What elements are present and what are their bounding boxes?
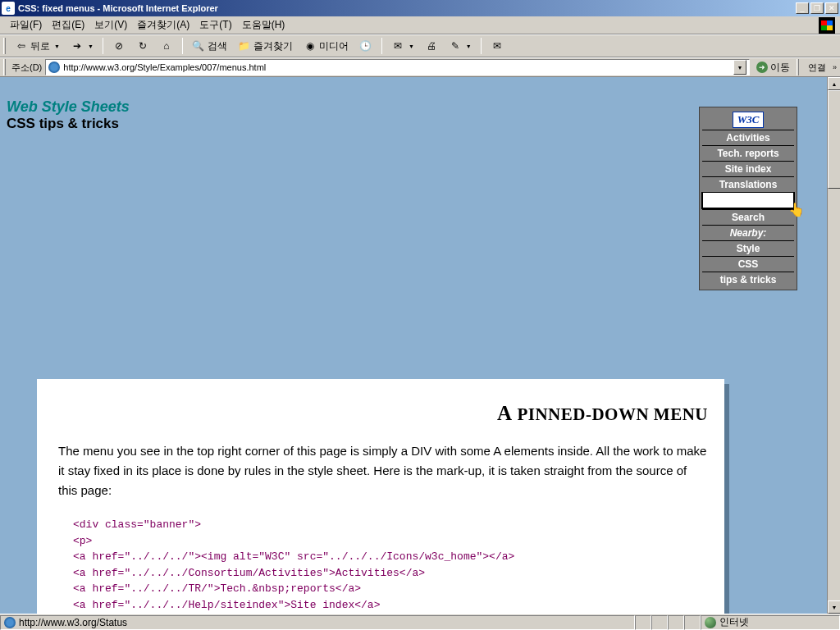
scroll-up-button[interactable]: ▲ <box>828 77 840 90</box>
menu-edit[interactable]: 편집(E) <box>47 16 89 34</box>
nav-activities[interactable]: Activities <box>702 130 794 145</box>
nav-search[interactable]: Search <box>702 209 794 225</box>
security-zone-panel: 인터넷 <box>701 615 840 630</box>
stop-icon: ⊘ <box>112 39 126 52</box>
media-icon: ◉ <box>304 39 317 52</box>
chevron-down-icon: ▼ <box>54 43 60 49</box>
history-icon: 🕒 <box>359 39 372 52</box>
article: A PINNED-DOWN MENU The menu you see in t… <box>37 379 724 614</box>
toolbar: ⇦ 뒤로 ▼ ➔ ▼ ⊘ ↻ ⌂ 🔍 검색 📁 즐겨찾기 ◉ 미디어 🕒 ✉▼ … <box>0 34 840 57</box>
status-panel-2 <box>651 615 668 630</box>
close-button[interactable]: ✕ <box>825 2 838 14</box>
browser-viewport: Web Style Sheets CSS tips & tricks W3C A… <box>0 77 840 614</box>
mail-button[interactable]: ✉▼ <box>387 37 418 55</box>
search-button[interactable]: 🔍 검색 <box>188 37 231 55</box>
home-button[interactable]: ⌂ <box>156 37 177 55</box>
mail-icon: ✉ <box>391 39 404 52</box>
refresh-button[interactable]: ↻ <box>132 37 153 55</box>
discuss-button[interactable]: ✉ <box>486 37 508 55</box>
links-chevron-icon[interactable]: » <box>833 63 837 71</box>
page-icon <box>48 62 60 73</box>
status-main-panel: http://www.w3.org/Status <box>0 615 635 630</box>
menu-tools[interactable]: 도구(T) <box>194 16 236 34</box>
favorites-label: 즐겨찾기 <box>253 39 293 53</box>
minimize-button[interactable]: _ <box>796 2 809 14</box>
status-panel-1 <box>635 615 651 630</box>
media-button[interactable]: ◉ 미디어 <box>299 37 353 55</box>
nav-site-index[interactable]: Site index <box>702 161 794 176</box>
addressbar: 주소(D) ▼ ➜ 이동 연결 » <box>0 57 840 77</box>
windows-logo-icon <box>819 17 835 34</box>
home-icon: ⌂ <box>160 39 173 52</box>
url-dropdown-button[interactable]: ▼ <box>733 60 746 75</box>
forward-button[interactable]: ➔ ▼ <box>66 37 98 55</box>
status-panel-3 <box>668 615 684 630</box>
w3c-logo[interactable]: W3C <box>733 112 765 128</box>
nav-tech-reports[interactable]: Tech. reports <box>702 145 794 161</box>
url-input[interactable] <box>63 62 730 72</box>
menu-file[interactable]: 파일(F) <box>5 16 47 34</box>
history-button[interactable]: 🕒 <box>355 37 377 55</box>
globe-icon <box>705 617 716 628</box>
print-icon: 🖨 <box>425 39 438 52</box>
edit-button[interactable]: ✎▼ <box>445 37 476 55</box>
refresh-icon: ↻ <box>136 39 149 52</box>
addressbar-grip[interactable] <box>3 59 6 75</box>
status-panel-4 <box>684 615 701 630</box>
titlebar: e CSS: fixed menus - Microsoft Internet … <box>0 0 840 16</box>
discuss-icon: ✉ <box>491 39 504 52</box>
nav-software[interactable]: Software <box>701 192 795 209</box>
edit-icon: ✎ <box>449 39 462 52</box>
scroll-down-button[interactable]: ▼ <box>828 600 840 614</box>
forward-arrow-icon: ➔ <box>71 39 84 52</box>
search-label: 검색 <box>208 39 227 53</box>
favorites-icon: 📁 <box>238 39 251 52</box>
nav-translations[interactable]: Translations <box>702 176 794 192</box>
menubar: 파일(F) 편집(E) 보기(V) 즐겨찾기(A) 도구(T) 도움말(H) <box>0 16 840 34</box>
scroll-thumb[interactable] <box>828 90 840 189</box>
statusbar: http://www.w3.org/Status 인터넷 <box>0 614 840 630</box>
nav-style[interactable]: Style <box>702 240 794 256</box>
go-label: 이동 <box>770 61 790 75</box>
favorites-button[interactable]: 📁 즐겨찾기 <box>234 37 297 55</box>
back-button[interactable]: ⇦ 뒤로 ▼ <box>11 37 64 55</box>
fixed-nav-menu: W3C Activities Tech. reports Site index … <box>699 107 797 290</box>
status-text: http://www.w3.org/Status <box>19 617 127 628</box>
nav-nearby-heading: Nearby: <box>702 225 794 240</box>
zone-label: 인터넷 <box>719 615 749 629</box>
go-icon: ➜ <box>756 62 768 73</box>
menu-favorites[interactable]: 즐겨찾기(A) <box>132 16 194 34</box>
toolbar-grip[interactable] <box>3 38 6 54</box>
window-title: CSS: fixed menus - Microsoft Internet Ex… <box>18 3 218 13</box>
menu-help[interactable]: 도움말(H) <box>237 16 290 34</box>
nav-tips-tricks[interactable]: tips & tricks <box>702 272 794 287</box>
address-label: 주소(D) <box>11 62 42 74</box>
restore-button[interactable]: ❐ <box>810 2 824 14</box>
links-grip[interactable] <box>797 59 799 75</box>
stop-button[interactable]: ⊘ <box>108 37 130 55</box>
back-arrow-icon: ⇦ <box>15 39 28 52</box>
search-icon: 🔍 <box>192 39 205 52</box>
chevron-down-icon: ▼ <box>88 43 94 49</box>
links-label: 연결 <box>805 62 829 74</box>
address-field-wrapper: ▼ <box>45 59 750 75</box>
article-heading: A PINNED-DOWN MENU <box>58 402 708 425</box>
print-button[interactable]: 🖨 <box>421 37 442 55</box>
status-page-icon <box>4 617 16 628</box>
page-title-line2: CSS tips & tricks <box>7 116 130 132</box>
page-title-line1: Web Style Sheets <box>7 98 130 116</box>
media-label: 미디어 <box>319 39 349 53</box>
back-label: 뒤로 <box>30 39 50 53</box>
article-paragraph: The menu you see in the top right corner… <box>58 441 708 500</box>
ie-app-icon: e <box>2 2 15 15</box>
article-code: <div class="banner"> <p> <a href="../../… <box>73 517 708 614</box>
page-header: Web Style Sheets CSS tips & tricks <box>7 98 130 132</box>
vertical-scrollbar[interactable]: ▲ ▼ <box>827 77 840 614</box>
menu-view[interactable]: 보기(V) <box>89 16 132 34</box>
go-button[interactable]: ➜ 이동 <box>753 61 793 75</box>
nav-css[interactable]: CSS <box>702 256 794 272</box>
